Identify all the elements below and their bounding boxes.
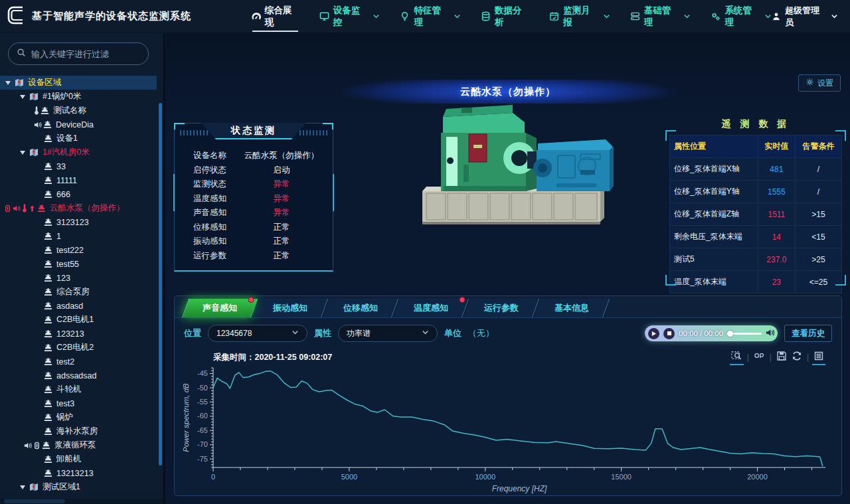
play-button[interactable] <box>648 328 659 339</box>
tab-位移感知[interactable]: 位移感知 <box>323 299 398 317</box>
tree-item-asdasd[interactable]: asdasd <box>0 299 157 313</box>
tree-item-123213[interactable]: 123213 <box>0 327 157 341</box>
status-value: 异常 <box>238 179 325 190</box>
search-input[interactable] <box>31 49 148 59</box>
device-icon <box>44 371 52 380</box>
tree-item-1#汽机房0米[interactable]: 1#汽机房0米 <box>0 145 157 159</box>
tree-item-卸船机[interactable]: 卸船机 <box>0 452 157 466</box>
tree-item-label: test2 <box>56 357 74 367</box>
tree-item-测试名称[interactable]: 测试名称 <box>0 104 157 118</box>
tree-item-设备区域[interactable]: 设备区域 <box>0 76 157 90</box>
tree-item-设备1[interactable]: 设备1 <box>0 131 157 145</box>
tree-item-test222[interactable]: test222 <box>0 243 157 257</box>
nav-item-设备监控[interactable]: 设备监控 <box>319 0 381 33</box>
tab-声音感知[interactable]: 声音感知 <box>182 299 258 317</box>
tree-item-label: 123213 <box>56 329 84 339</box>
tree-item-test2[interactable]: test2 <box>0 355 157 369</box>
status-label: 温度感知 <box>175 193 238 205</box>
toolbar-separator: | <box>770 353 772 362</box>
tree-item-666[interactable]: 666 <box>0 187 157 201</box>
tab-基本信息[interactable]: 基本信息 <box>534 299 610 317</box>
chevron-down-icon <box>603 13 610 20</box>
sidebar-vertical-scrollbar[interactable] <box>159 103 162 465</box>
tree-item-斗轮机[interactable]: 斗轮机 <box>0 382 157 396</box>
nav-item-数据分析[interactable]: 数据分析 <box>481 0 529 33</box>
tree-item-1[interactable]: 1 <box>0 229 157 243</box>
chart-toolbar: ||| <box>731 351 824 364</box>
tree-expand-arrow[interactable] <box>20 151 25 155</box>
tree-item-C2B电机2[interactable]: C2B电机2 <box>0 341 157 355</box>
tree-item-label: 设备区域 <box>28 77 61 88</box>
status-rows: 设备名称云酷水泵（勿操作）启停状态启动监测状态异常温度感知异常声音感知异常位移感… <box>175 149 333 263</box>
tree-item-label: 1 <box>56 232 61 241</box>
status-row-振动感知: 振动感知正常 <box>175 234 333 249</box>
tree-item-label: test3 <box>56 399 74 408</box>
data-view-icon[interactable] <box>813 351 824 364</box>
tree-item-DeviceDia[interactable]: DeviceDia <box>0 118 157 131</box>
machine-3d-model[interactable] <box>406 92 632 228</box>
tree-item-云酷水泵（勿操作）[interactable]: 云酷水泵（勿操作） <box>0 201 157 215</box>
device-icon <box>44 260 52 268</box>
nav-item-特征管理[interactable]: 特征管理 <box>400 0 461 33</box>
telemetry-header: 告警条件 <box>795 135 841 158</box>
tree-item-C2B电机1[interactable]: C2B电机1 <box>0 313 157 327</box>
tree-item-label: C2B电机2 <box>56 342 94 353</box>
volume-slider-knob[interactable] <box>727 331 733 337</box>
nav-item-综合展现[interactable]: 综合展现 <box>251 0 299 33</box>
tree-item-test55[interactable]: test55 <box>0 257 157 271</box>
area-map-icon <box>29 92 39 101</box>
tree-item-test3[interactable]: test3 <box>0 396 157 410</box>
tree-expand-arrow[interactable] <box>20 95 25 99</box>
zoom-select-icon[interactable] <box>731 351 742 364</box>
settings-button[interactable]: 设置 <box>798 74 841 92</box>
tab-温度感知[interactable]: 温度感知 <box>393 299 469 317</box>
position-select[interactable]: 12345678 <box>208 325 307 342</box>
tree-expand-arrow[interactable] <box>20 485 25 489</box>
stop-button[interactable] <box>663 328 675 339</box>
save-image-icon[interactable] <box>776 351 787 364</box>
tree-item-浆液循环泵[interactable]: 浆液循环泵 <box>0 438 157 452</box>
tab-振动感知[interactable]: 振动感知 <box>252 299 328 317</box>
tree-item-3123123[interactable]: 3123123 <box>0 215 157 229</box>
refresh-icon[interactable] <box>792 351 802 364</box>
device-icon <box>44 427 52 436</box>
nav-item-监测月报[interactable]: 监测月报 <box>549 0 610 33</box>
nav-item-系统管理[interactable]: 系统管理 <box>711 0 772 33</box>
tree-item-adssadsad[interactable]: adssadsad <box>0 369 157 382</box>
svg-text:15000: 15000 <box>611 473 632 481</box>
tree-expand-arrow[interactable] <box>5 81 11 85</box>
tree-item-#1锅炉0米[interactable]: #1锅炉0米 <box>0 90 157 104</box>
user-menu[interactable]: 超级管理员 <box>772 5 838 29</box>
view-history-button[interactable]: 查看历史 <box>784 325 832 342</box>
attribute-select[interactable]: 功率谱 <box>338 325 438 342</box>
tree-item-33[interactable]: 33 <box>0 159 157 173</box>
status-row-位移感知: 位移感知正常 <box>175 220 333 235</box>
app-logo-icon <box>7 5 27 29</box>
tree-item-11111[interactable]: 11111 <box>0 173 157 187</box>
status-value: 启动 <box>238 165 325 176</box>
position-label: 位置 <box>184 327 201 339</box>
telemetry-realtime-value: 1511 <box>758 203 795 226</box>
nav-item-基础管理[interactable]: 基础管理 <box>630 0 691 33</box>
tab-运行参数[interactable]: 运行参数 <box>464 299 539 317</box>
tree-item-综合泵房[interactable]: 综合泵房 <box>0 285 157 299</box>
tree-item-label: 测试区域1 <box>42 481 80 493</box>
tree-item-123[interactable]: 123 <box>0 271 157 285</box>
telemetry-realtime-value: 1555 <box>758 181 795 203</box>
tree-item-13213213[interactable]: 13213213 <box>0 466 157 480</box>
tree-item-海补水泵房[interactable]: 海补水泵房 <box>0 424 157 438</box>
device-icon <box>44 162 52 171</box>
tree-item-锅炉[interactable]: 锅炉 <box>0 410 157 424</box>
device-icon <box>44 315 52 324</box>
telemetry-attr-name: 温度_泵体末端 <box>670 271 758 294</box>
status-value: 异常 <box>238 207 325 218</box>
svg-text:10000: 10000 <box>475 473 495 481</box>
speaker-icon[interactable] <box>766 327 774 339</box>
tree-item-测试区域1[interactable]: 测试区域1 <box>0 480 157 494</box>
volume-slider[interactable] <box>727 333 762 335</box>
user-name: 超级管理员 <box>785 5 827 29</box>
sidebar-horizontal-scrollbar[interactable] <box>4 499 65 503</box>
status-value: 云酷水泵（勿操作） <box>238 150 325 161</box>
zoom-reset-icon[interactable] <box>754 351 765 364</box>
nav-item-label: 特征管理 <box>414 5 448 29</box>
